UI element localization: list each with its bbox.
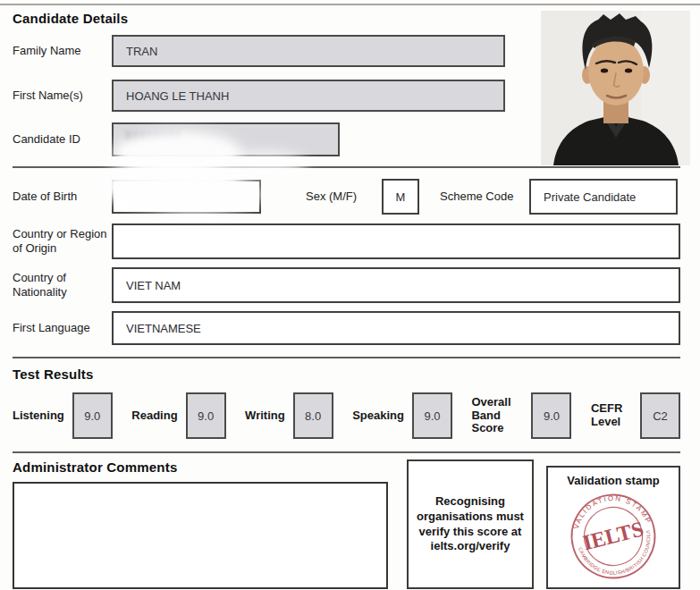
- cefr-level-label: CEFR Level: [591, 402, 632, 429]
- first-names-field[interactable]: HOANG LE THANH: [112, 80, 505, 112]
- family-name-field[interactable]: TRAN: [112, 35, 505, 67]
- reading-label: Reading: [131, 409, 177, 423]
- overall-band-label: Overall Band Score: [471, 396, 523, 436]
- scores-row: Listening 9.0 Reading 9.0 Writing 8.0 Sp…: [13, 392, 680, 439]
- score-writing: Writing 8.0: [245, 392, 333, 439]
- country-origin-label: Country or Region of Origin: [13, 227, 112, 255]
- overall-band-score-field[interactable]: 9.0: [531, 392, 571, 439]
- cefr-level-field[interactable]: C2: [640, 392, 680, 439]
- scheme-code-label: Scheme Code: [440, 190, 519, 204]
- administrator-comments-block: Administrator Comments: [13, 459, 388, 589]
- dob-row: Date of Birth Sex (M/F) M Scheme Code Pr…: [13, 179, 680, 215]
- test-results-section: Test Results Listening 9.0 Reading 9.0 W…: [13, 358, 680, 451]
- listening-label: Listening: [13, 409, 64, 423]
- country-origin-row: Country or Region of Origin: [13, 223, 680, 259]
- first-language-row: First Language VIETNAMESE: [13, 311, 680, 345]
- sex-label: Sex (M/F): [306, 190, 373, 204]
- speaking-score-field[interactable]: 9.0: [412, 392, 452, 439]
- reading-score-field[interactable]: 9.0: [186, 392, 226, 439]
- redacted-id-blur: [126, 131, 180, 141]
- country-origin-field[interactable]: [112, 223, 680, 259]
- family-name-label: Family Name: [13, 44, 112, 58]
- administrator-comments-field[interactable]: [13, 482, 388, 589]
- sex-field[interactable]: M: [382, 179, 419, 215]
- speaking-label: Speaking: [352, 409, 404, 423]
- score-cefr-level: CEFR Level C2: [591, 392, 680, 439]
- candidate-photo: [541, 11, 690, 165]
- footer-section: Administrator Comments Recognising organ…: [13, 453, 680, 589]
- score-speaking: Speaking 9.0: [352, 392, 452, 439]
- score-reading: Reading 9.0: [131, 392, 225, 439]
- candidate-id-label: Candidate ID: [13, 132, 112, 147]
- ielts-validation-stamp-icon: VALIDATION STAMP CAMBRIDGE ENGLISH/BRITI…: [567, 490, 660, 583]
- personal-info-section: Date of Birth Sex (M/F) M Scheme Code Pr…: [13, 168, 680, 357]
- candidate-id-field[interactable]: [112, 122, 340, 156]
- country-nationality-row: Country of Nationality VIET NAM: [13, 267, 680, 303]
- first-names-label: First Name(s): [13, 88, 112, 103]
- stamp-center-text: IELTS: [580, 517, 645, 555]
- country-nationality-label: Country of Nationality: [13, 271, 112, 299]
- date-of-birth-field[interactable]: [112, 180, 261, 214]
- test-results-title: Test Results: [13, 367, 680, 382]
- scheme-code-field[interactable]: Private Candidate: [529, 179, 678, 215]
- country-nationality-field[interactable]: VIET NAM: [112, 267, 680, 303]
- writing-score-field[interactable]: 8.0: [293, 392, 333, 439]
- validation-stamp-title: Validation stamp: [567, 474, 659, 487]
- verification-notice-text: Recognising organisations must verify th…: [416, 494, 525, 555]
- writing-label: Writing: [245, 409, 285, 423]
- listening-score-field[interactable]: 9.0: [72, 392, 113, 439]
- ielts-report-form: Candidate Details Family Name TRAN First…: [0, 0, 700, 590]
- validation-stamp-box: Validation stamp VALIDATION STAMP CAMBRI…: [546, 466, 680, 589]
- administrator-comments-title: Administrator Comments: [13, 459, 388, 475]
- score-overall-band: Overall Band Score 9.0: [471, 392, 571, 439]
- date-of-birth-label: Date of Birth: [13, 190, 112, 204]
- candidate-details-section: Candidate Details Family Name TRAN First…: [13, 0, 680, 166]
- score-listening: Listening 9.0: [13, 392, 113, 439]
- verification-notice-box: Recognising organisations must verify th…: [407, 459, 534, 589]
- first-language-label: First Language: [13, 321, 112, 335]
- first-language-field[interactable]: VIETNAMESE: [112, 311, 680, 345]
